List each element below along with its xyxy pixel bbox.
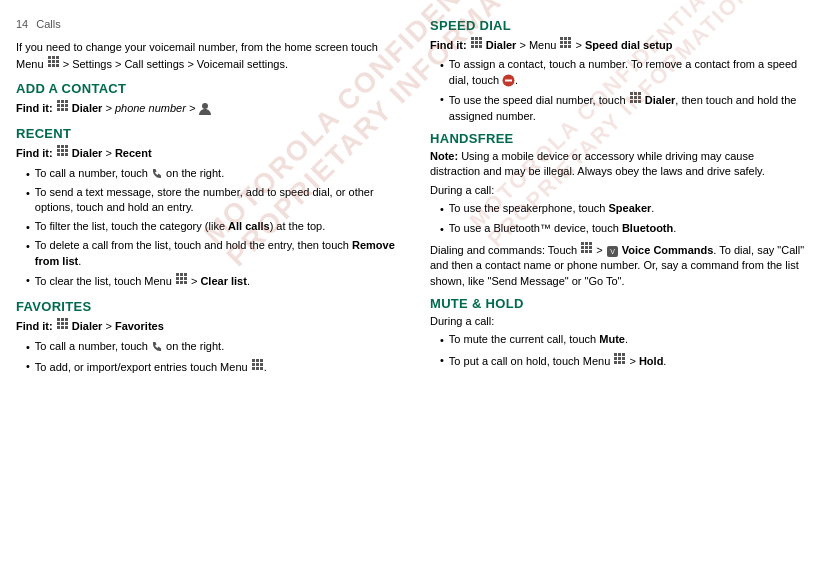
svg-rect-52 [252,367,255,370]
svg-rect-42 [65,322,68,325]
svg-rect-48 [260,359,263,362]
svg-rect-0 [48,56,51,59]
svg-rect-43 [57,326,60,329]
handsfree-bullets: • To use the speakerphone, touch Speaker… [440,201,806,237]
list-item: • To assign a contact, touch a number. T… [440,57,806,88]
svg-rect-100 [622,357,625,360]
favorites-title: FAVORITES [16,299,406,314]
svg-rect-50 [256,363,259,366]
svg-rect-84 [581,242,584,245]
svg-rect-69 [568,41,571,44]
menu-icon-speed [559,36,572,49]
svg-rect-61 [471,45,474,48]
svg-rect-67 [560,41,563,44]
svg-rect-25 [57,153,60,156]
svg-rect-41 [61,322,64,325]
svg-rect-11 [65,100,68,103]
svg-rect-36 [184,281,187,284]
svg-rect-14 [65,104,68,107]
svg-rect-44 [61,326,64,329]
svg-rect-78 [630,96,633,99]
svg-rect-88 [585,246,588,249]
svg-rect-79 [634,96,637,99]
section-recent: RECENT Find it: Dialer > Recent • To cal… [16,126,406,289]
svg-rect-4 [52,60,55,63]
svg-rect-39 [65,318,68,321]
list-item: • To call a number, touch on the right. [26,166,406,182]
svg-rect-40 [57,322,60,325]
svg-rect-75 [630,92,633,95]
add-contact-findit: Find it: Dialer > phone number > [16,99,406,116]
svg-rect-30 [184,273,187,276]
list-item: • To send a text message, store the numb… [26,185,406,216]
svg-rect-6 [48,64,51,67]
grid-icon-dialing [580,241,593,254]
svg-rect-77 [638,92,641,95]
list-item: • To mute the current call, touch Mute. [440,332,806,348]
svg-rect-96 [618,353,621,356]
menu-icon-recent [175,272,188,285]
svg-rect-66 [568,37,571,40]
svg-rect-55 [471,37,474,40]
svg-rect-98 [614,357,617,360]
dialer-icon-recent [56,144,69,157]
svg-rect-27 [65,153,68,156]
dialer-icon-speed2 [629,91,642,104]
svg-rect-92 [589,250,592,253]
intro-text: If you need to change your voicemail num… [16,40,406,73]
svg-rect-60 [479,41,482,44]
svg-rect-33 [184,277,187,280]
svg-rect-83 [638,100,641,103]
svg-rect-22 [57,149,60,152]
section-add-contact: ADD A CONTACT Find it: Dialer > phone nu… [16,81,406,116]
speed-dial-title: SPEED DIAL [430,18,806,33]
list-item: • To use the speakerphone, touch Speaker… [440,201,806,217]
svg-rect-68 [564,41,567,44]
svg-rect-65 [564,37,567,40]
svg-rect-46 [252,359,255,362]
svg-rect-51 [260,363,263,366]
svg-rect-103 [622,361,625,364]
svg-rect-62 [475,45,478,48]
list-item: • To delete a call from the list, touch … [26,238,406,269]
page-number: 14 [16,18,28,30]
svg-rect-10 [61,100,64,103]
svg-rect-89 [589,246,592,249]
section-mute-hold: MUTE & HOLD During a call: • To mute the… [430,296,806,369]
svg-rect-74 [505,80,512,82]
svg-text:V: V [610,248,615,255]
svg-rect-59 [475,41,478,44]
phone-icon-recent1 [151,168,163,180]
list-item: • To use a Bluetooth™ device, touch Blue… [440,221,806,237]
menu-icon-intro [47,55,60,68]
svg-rect-80 [638,96,641,99]
section-handsfree: HANDSFREE Note: Using a mobile device or… [430,131,806,289]
svg-rect-19 [57,145,60,148]
recent-title: RECENT [16,126,406,141]
menu-icon-fav [251,358,264,371]
svg-rect-16 [61,108,64,111]
list-item: • To add, or import/export entries touch… [26,358,406,375]
svg-rect-32 [180,277,183,280]
svg-rect-20 [61,145,64,148]
svg-rect-37 [57,318,60,321]
svg-rect-2 [56,56,59,59]
svg-rect-45 [65,326,68,329]
favorites-bullets: • To call a number, touch on the right. … [26,339,406,376]
svg-rect-49 [252,363,255,366]
handsfree-during: During a call: [430,183,806,198]
red-minus-icon [502,74,515,87]
dialer-icon-speed [470,36,483,49]
svg-rect-53 [256,367,259,370]
section-speed-dial: SPEED DIAL Find it: Dialer > Menu > Spee… [430,18,806,124]
list-item: • To filter the list, touch the category… [26,219,406,235]
speed-dial-findit: Find it: Dialer > Menu > Speed dial setu… [430,36,806,53]
svg-rect-35 [180,281,183,284]
svg-rect-54 [260,367,263,370]
svg-rect-9 [57,100,60,103]
mute-hold-during: During a call: [430,314,806,329]
svg-rect-71 [564,45,567,48]
section-favorites: FAVORITES Find it: Dialer > Favorites • … [16,299,406,375]
left-column: 14 Calls If you need to change your voic… [16,18,406,550]
svg-rect-64 [560,37,563,40]
